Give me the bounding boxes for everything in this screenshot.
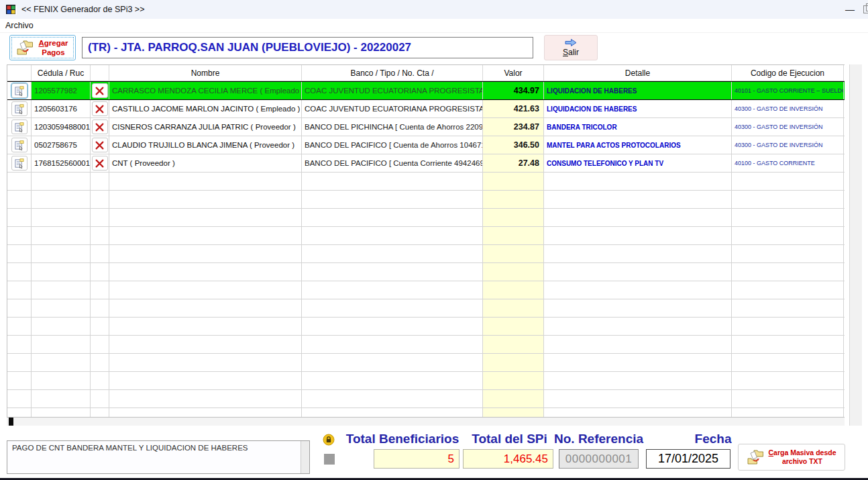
entity-field[interactable]: (TR) - JTA. PARROQ.SAN JUAN (PUEBLOVIEJO… <box>82 37 533 58</box>
col-header-codigo: Codigo de Ejecucion <box>732 65 844 81</box>
carga-masiva-label: Carga Masiva desde archivo TXT <box>769 448 836 466</box>
table-row[interactable]: 1203059488001CISNEROS CARRANZA JULIA PAT… <box>7 118 845 136</box>
nombre-cell: CASTILLO JACOME MARLON JACINTO ( Emplead… <box>109 100 302 117</box>
carga-masiva-button[interactable]: Carga Masiva desde archivo TXT <box>738 444 845 471</box>
edit-row-button[interactable] <box>11 83 28 98</box>
carga-line2: archivo TXT <box>782 457 822 465</box>
table-row[interactable]: 1205603176CASTILLO JACOME MARLON JACINTO… <box>7 100 845 118</box>
valor-cell <box>483 318 544 335</box>
valor-cell <box>483 408 544 418</box>
edit-form-icon <box>14 140 24 150</box>
minimize-button[interactable]: — <box>836 4 863 15</box>
edit-cell <box>7 136 32 154</box>
banco-cell: BANCO DEL PACIFICO [ Cuenta de Ahorros 1… <box>302 136 483 154</box>
lock-icon[interactable] <box>323 434 335 446</box>
detalle-cell: CONSUMO TELEFONICO Y PLAN TV <box>544 154 732 172</box>
edit-cell <box>7 173 32 190</box>
total-spi-field[interactable]: 1,465.45 <box>463 449 553 469</box>
empty-table-row <box>7 263 845 281</box>
col-header-delete <box>91 65 109 81</box>
grid-vertical-scrollbar[interactable] <box>849 64 862 426</box>
codigo-cell <box>732 245 844 262</box>
delete-row-button[interactable] <box>92 138 108 152</box>
table-row[interactable]: 0502758675CLAUDIO TRUJILLO BLANCA JIMENA… <box>7 136 845 154</box>
delete-row-button[interactable] <box>92 101 108 116</box>
valor-cell <box>483 336 544 353</box>
delete-row-button[interactable] <box>92 83 108 98</box>
empty-table-row <box>7 336 845 354</box>
empty-table-row <box>7 299 845 318</box>
banco-cell <box>302 408 483 418</box>
empty-table-row <box>7 209 845 227</box>
total-beneficiarios-field[interactable]: 5 <box>374 449 459 469</box>
delete-row-button[interactable] <box>92 156 108 171</box>
cedula-cell: 1205577982 <box>32 82 91 99</box>
col-header-cedula: Cédula / Ruc <box>32 65 91 81</box>
table-row[interactable]: 1205577982CARRASCO MENDOZA CECILIA MERCE… <box>7 81 845 100</box>
edit-cell <box>7 209 32 226</box>
codigo-cell <box>732 173 844 190</box>
empty-table-row <box>7 372 845 390</box>
nombre-cell <box>109 390 302 407</box>
salir-button[interactable]: Salir <box>544 35 598 60</box>
total-spi-label: Total del SPi <box>465 432 554 448</box>
edit-form-icon <box>14 158 24 169</box>
banco-cell <box>302 336 483 353</box>
delete-cell <box>91 245 109 262</box>
banco-cell <box>302 173 483 190</box>
col-header-nombre: Nombre <box>109 65 302 81</box>
valor-cell <box>483 227 544 244</box>
cedula-cell <box>32 354 91 371</box>
cedula-cell: 1768152560001 <box>32 154 91 172</box>
table-row[interactable]: 1768152560001CNT ( Proveedor )BANCO DEL … <box>7 154 845 173</box>
agregar-pagos-button[interactable]: Agregar Pagos <box>9 35 76 60</box>
banco-cell <box>302 354 483 371</box>
codigo-cell: 40300 - GASTO DE INVERSIÓN <box>732 136 844 154</box>
detalle-cell: LIQUIDACION DE HABERES <box>544 82 732 99</box>
detalle-cell <box>544 173 732 190</box>
codigo-cell <box>732 299 844 317</box>
no-referencia-field[interactable]: 0000000001 <box>559 449 639 469</box>
cedula-cell <box>32 318 91 335</box>
banco-cell <box>302 318 483 335</box>
agregar-line1: Agregar <box>38 39 68 47</box>
nombre-cell <box>109 281 302 299</box>
edit-row-button[interactable] <box>11 119 28 134</box>
codigo-cell: 40300 - GASTO DE INVERSIÓN <box>732 118 844 136</box>
edit-cell <box>7 191 32 208</box>
grid-horizontal-scrollbar[interactable] <box>7 418 845 426</box>
detalle-cell <box>544 372 732 389</box>
observaciones-scrollbar[interactable] <box>301 441 309 473</box>
empty-table-row <box>7 245 845 263</box>
codigo-cell <box>732 408 844 418</box>
banco-cell: BANCO DEL PACIFICO [ Cuenta Corriente 49… <box>302 154 483 172</box>
cedula-cell <box>32 245 91 262</box>
menu-bar: Archivo <box>0 19 868 33</box>
col-header-detalle: Detalle <box>544 65 732 81</box>
valor-cell <box>483 263 544 281</box>
valor-cell: 421.63 <box>483 100 544 117</box>
codigo-cell <box>732 372 844 389</box>
observaciones-textarea[interactable]: PAGO DE CNT BANDERA MANTEL Y LIQUIDACION… <box>7 440 310 474</box>
restore-button[interactable] <box>863 5 868 13</box>
detalle-cell <box>544 245 732 262</box>
edit-row-button[interactable] <box>11 138 28 152</box>
edit-row-button[interactable] <box>11 101 28 116</box>
horizontal-scrollbar-thumb[interactable] <box>9 418 13 426</box>
agregar-line2: Pagos <box>42 48 65 56</box>
menu-archivo[interactable]: Archivo <box>0 19 39 32</box>
detalle-cell <box>544 191 732 208</box>
codigo-cell <box>732 227 844 244</box>
nombre-cell: CLAUDIO TRUJILLO BLANCA JIMENA ( Proveed… <box>109 136 302 154</box>
edit-row-button[interactable] <box>11 156 28 171</box>
cedula-cell <box>32 299 91 317</box>
fecha-field[interactable]: 17/01/2025 <box>646 449 730 469</box>
nombre-cell <box>109 191 302 208</box>
delete-row-button[interactable] <box>92 119 108 134</box>
detalle-cell <box>544 390 732 407</box>
banco-cell <box>302 227 483 244</box>
empty-table-row <box>7 390 845 408</box>
nombre-cell <box>109 245 302 262</box>
detalle-cell <box>544 354 732 371</box>
delete-cell <box>91 263 109 281</box>
